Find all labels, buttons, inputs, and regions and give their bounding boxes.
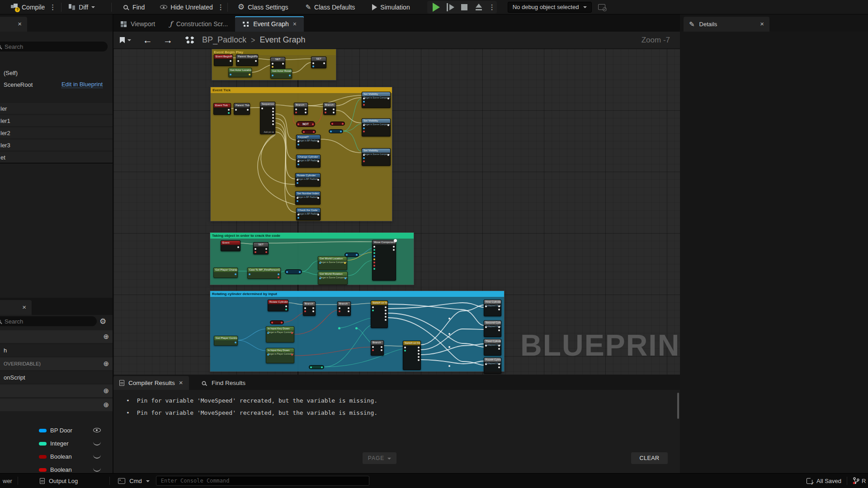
pin-b[interactable] [312,66,314,67]
my-blueprint-item[interactable]: h [0,344,113,356]
compiler-results-tab[interactable]: Compiler Results [113,376,189,390]
pin-w[interactable] [237,246,239,248]
pin-y[interactable] [344,262,346,264]
components-item[interactable]: et [0,152,113,163]
pin-w[interactable] [385,306,387,308]
pin-b[interactable] [297,164,299,165]
compile-options-icon[interactable] [49,3,53,11]
pin-y[interactable] [272,66,274,68]
pin-w[interactable] [498,363,500,365]
graph-node[interactable]: Event [221,240,241,251]
close-icon[interactable] [18,21,22,28]
graph-pill-node[interactable]: NOT [296,121,315,127]
pin-w[interactable] [485,345,487,347]
pin-w[interactable] [385,310,387,311]
graph-node[interactable]: Branch [371,340,384,356]
page-button[interactable]: PAGE [363,452,396,464]
variable-visibility-eye-icon[interactable] [93,427,101,434]
graph-pill-node[interactable] [270,320,284,324]
pin-w[interactable] [363,124,365,126]
graph-node[interactable]: Rotate Cylinder [268,300,288,311]
pin-w[interactable] [297,179,298,181]
pin-w[interactable] [272,108,274,109]
pin-b[interactable] [363,127,365,129]
graph-node[interactable]: Cast To BP_FirstPersonCharacter [247,267,281,279]
pin-w[interactable] [312,307,314,309]
pin-b[interactable] [363,157,365,159]
pin-w[interactable] [418,347,420,348]
reroute-dot[interactable] [448,318,450,319]
pin-w[interactable] [325,108,326,110]
graph-node[interactable]: Second CylinderCollapsed Graph [484,320,501,337]
add-icon[interactable] [103,333,109,341]
close-icon[interactable] [293,20,297,28]
graph-pill-node[interactable] [285,269,302,274]
reroute-dot[interactable] [448,365,450,367]
graph-node[interactable]: Set Number IndexTarget is BP Padlock [295,191,321,205]
pin-g[interactable] [373,268,375,270]
my-blueprint-section[interactable]: OVERRIDABLE) [0,357,113,370]
bookmark-icon[interactable] [120,37,125,43]
pin-w[interactable] [304,307,306,309]
pin-w[interactable] [393,246,395,248]
graph-node[interactable]: Event Tick [213,103,231,115]
graph-node[interactable]: Branch [294,103,308,115]
graph-node[interactable]: Get Actor Rotation [270,69,292,79]
graph-pill-node[interactable] [330,122,345,126]
details-tab[interactable]: Details [684,17,769,32]
revision-control-button[interactable]: R [853,477,868,484]
output-log-button[interactable]: Output Log [40,478,78,484]
comment-box[interactable]: Rotating cylinder determined by input [210,291,505,372]
pin-r[interactable] [373,265,375,267]
pin-w[interactable] [237,60,239,62]
pin-w[interactable] [305,112,307,113]
pin-g[interactable] [285,309,287,310]
pin-w[interactable] [393,249,395,251]
pin-w[interactable] [498,345,500,347]
variable-row[interactable]: Boolean [0,450,113,463]
pin-w[interactable] [418,350,420,352]
pin-y[interactable] [373,258,375,260]
my-blueprint-section[interactable] [0,399,113,411]
pin-w[interactable] [295,108,297,110]
pin-w[interactable] [297,197,298,199]
my-blueprint-search-input[interactable] [5,318,93,325]
reroute-dot[interactable] [338,327,340,329]
pin-y[interactable] [249,74,250,75]
editor-tab-viewport[interactable]: Viewport [113,16,162,32]
pin-r[interactable] [278,277,279,278]
pin-w[interactable] [363,154,365,156]
pin-w[interactable] [282,63,284,65]
console-command-input[interactable] [156,476,369,486]
pin-r[interactable] [304,310,306,312]
pin-b[interactable] [267,354,269,356]
graph-node[interactable]: Parent: BeginPlay [236,54,258,66]
components-item[interactable]: ler3 [0,140,113,150]
pin-b[interactable] [297,144,299,145]
my-blueprint-search[interactable] [0,316,97,326]
pin-w[interactable] [230,60,231,62]
graph-node[interactable]: Third CylinderCollapsed Graph [484,339,501,356]
simulation-button[interactable]: Simulation [368,0,414,14]
pin-r[interactable] [363,160,365,162]
pin-w[interactable] [348,307,349,309]
graph-node[interactable]: Get Player Controller [214,336,238,346]
pin-b[interactable] [363,101,365,103]
class-defaults-button[interactable]: Class Defaults [301,0,359,14]
pin-b[interactable] [267,332,269,334]
pin-b[interactable] [235,273,236,275]
pin-b[interactable] [272,75,274,76]
comment-title[interactable]: Rotating cylinder determined by input [210,291,504,297]
graph-node[interactable]: SET [311,56,326,68]
pin-w[interactable] [485,305,487,307]
graph-node[interactable]: Set VisibilityTarget is Scene Component [362,148,391,166]
pin-g[interactable] [228,112,230,114]
pin-b[interactable] [297,217,299,219]
graph-node[interactable]: Set VisibilityTarget is Scene Component [362,118,391,136]
add-icon[interactable] [103,401,109,409]
pin-b[interactable] [278,273,279,275]
content-drawer-clipped-label[interactable]: wer [3,478,12,484]
pin-w[interactable] [228,109,230,111]
pin-w[interactable] [297,160,299,162]
pin-b[interactable] [297,200,298,202]
